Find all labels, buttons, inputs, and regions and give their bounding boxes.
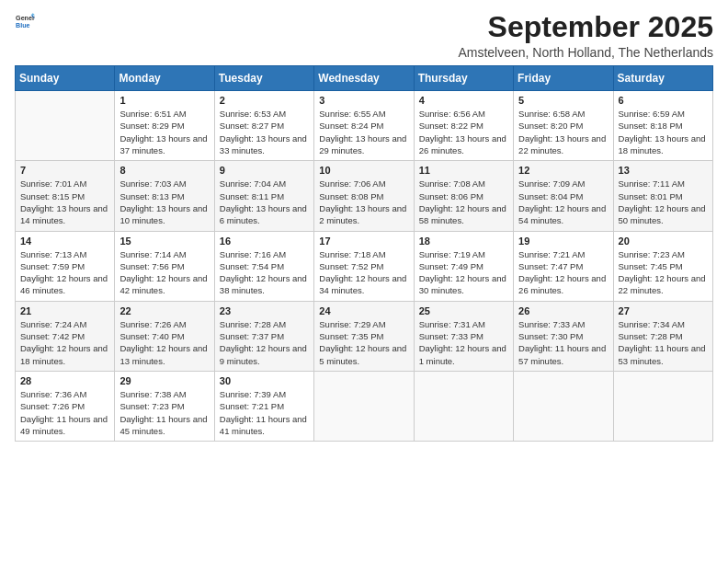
day-info: Sunrise: 6:55 AMSunset: 8:24 PMDaylight:…	[319, 108, 408, 156]
day-info: Sunrise: 7:24 AMSunset: 7:42 PMDaylight:…	[20, 318, 109, 367]
calendar-cell: 23 Sunrise: 7:28 AMSunset: 7:37 PMDaylig…	[214, 301, 313, 371]
calendar-cell: 5 Sunrise: 6:58 AMSunset: 8:20 PMDayligh…	[514, 91, 613, 161]
day-info: Sunrise: 7:36 AMSunset: 7:26 PMDaylight:…	[20, 388, 109, 437]
day-number: 7	[20, 165, 109, 176]
day-number: 19	[518, 236, 608, 247]
calendar-cell: 7 Sunrise: 7:01 AMSunset: 8:15 PMDayligh…	[16, 161, 115, 231]
calendar-cell: 2 Sunrise: 6:53 AMSunset: 8:27 PMDayligh…	[214, 91, 313, 161]
logo: General Blue	[15, 11, 35, 33]
day-info: Sunrise: 7:06 AMSunset: 8:08 PMDaylight:…	[319, 178, 408, 226]
calendar-cell: 9 Sunrise: 7:04 AMSunset: 8:11 PMDayligh…	[214, 161, 313, 231]
calendar-cell: 10 Sunrise: 7:06 AMSunset: 8:08 PMDaylig…	[314, 161, 414, 231]
header-row: General Blue September 2025 Amstelveen, …	[15, 11, 713, 60]
day-info: Sunrise: 7:08 AMSunset: 8:06 PMDaylight:…	[419, 178, 508, 226]
title-block: September 2025 Amstelveen, North Holland…	[458, 11, 713, 60]
calendar-cell: 14 Sunrise: 7:13 AMSunset: 7:59 PMDaylig…	[16, 231, 115, 301]
header-sunday: Sunday	[16, 66, 115, 91]
logo-icon: General Blue	[15, 11, 35, 31]
calendar-cell: 8 Sunrise: 7:03 AMSunset: 8:13 PMDayligh…	[115, 161, 214, 231]
calendar-cell: 30 Sunrise: 7:39 AMSunset: 7:21 PMDaylig…	[214, 371, 313, 441]
day-info: Sunrise: 7:33 AMSunset: 7:30 PMDaylight:…	[518, 318, 608, 367]
calendar-cell: 29 Sunrise: 7:38 AMSunset: 7:23 PMDaylig…	[115, 371, 214, 441]
location-subtitle: Amstelveen, North Holland, The Netherlan…	[458, 45, 713, 60]
calendar-cell: 27 Sunrise: 7:34 AMSunset: 7:28 PMDaylig…	[613, 301, 712, 371]
calendar-cell	[514, 371, 613, 441]
day-number: 3	[319, 95, 408, 106]
day-number: 9	[220, 165, 309, 176]
day-info: Sunrise: 7:21 AMSunset: 7:47 PMDaylight:…	[518, 248, 608, 297]
day-info: Sunrise: 7:16 AMSunset: 7:54 PMDaylight:…	[220, 248, 309, 297]
calendar-cell: 12 Sunrise: 7:09 AMSunset: 8:04 PMDaylig…	[514, 161, 613, 231]
calendar-cell: 28 Sunrise: 7:36 AMSunset: 7:26 PMDaylig…	[16, 371, 115, 441]
day-number: 2	[220, 95, 309, 106]
day-info: Sunrise: 7:14 AMSunset: 7:56 PMDaylight:…	[119, 248, 209, 297]
header-friday: Friday	[514, 66, 613, 91]
day-number: 10	[319, 165, 408, 176]
calendar-cell	[414, 371, 513, 441]
day-number: 27	[619, 305, 708, 316]
day-info: Sunrise: 7:09 AMSunset: 8:04 PMDaylight:…	[518, 178, 608, 226]
day-info: Sunrise: 6:56 AMSunset: 8:22 PMDaylight:…	[419, 108, 508, 156]
calendar-cell: 13 Sunrise: 7:11 AMSunset: 8:01 PMDaylig…	[613, 161, 712, 231]
day-info: Sunrise: 7:18 AMSunset: 7:52 PMDaylight:…	[319, 248, 408, 297]
calendar-cell: 21 Sunrise: 7:24 AMSunset: 7:42 PMDaylig…	[16, 301, 115, 371]
month-title: September 2025	[458, 11, 713, 43]
day-info: Sunrise: 7:11 AMSunset: 8:01 PMDaylight:…	[619, 178, 708, 226]
calendar-cell: 11 Sunrise: 7:08 AMSunset: 8:06 PMDaylig…	[414, 161, 513, 231]
day-number: 22	[119, 305, 209, 316]
day-info: Sunrise: 6:53 AMSunset: 8:27 PMDaylight:…	[220, 108, 309, 156]
day-info: Sunrise: 6:59 AMSunset: 8:18 PMDaylight:…	[619, 108, 708, 156]
header-wednesday: Wednesday	[314, 66, 414, 91]
calendar-table: Sunday Monday Tuesday Wednesday Thursday…	[15, 65, 713, 442]
weekday-header-row: Sunday Monday Tuesday Wednesday Thursday…	[16, 66, 713, 91]
calendar-cell: 24 Sunrise: 7:29 AMSunset: 7:35 PMDaylig…	[314, 301, 414, 371]
day-number: 8	[119, 165, 209, 176]
calendar-cell: 19 Sunrise: 7:21 AMSunset: 7:47 PMDaylig…	[514, 231, 613, 301]
day-number: 14	[20, 236, 109, 247]
day-info: Sunrise: 7:01 AMSunset: 8:15 PMDaylight:…	[20, 178, 109, 226]
calendar-cell: 3 Sunrise: 6:55 AMSunset: 8:24 PMDayligh…	[314, 91, 414, 161]
header-tuesday: Tuesday	[214, 66, 313, 91]
day-info: Sunrise: 6:51 AMSunset: 8:29 PMDaylight:…	[119, 108, 209, 156]
day-number: 1	[119, 95, 209, 106]
day-info: Sunrise: 7:19 AMSunset: 7:49 PMDaylight:…	[419, 248, 508, 297]
day-number: 4	[419, 95, 508, 106]
day-info: Sunrise: 7:26 AMSunset: 7:40 PMDaylight:…	[119, 318, 209, 367]
day-number: 15	[119, 236, 209, 247]
day-number: 5	[518, 95, 608, 106]
day-number: 17	[319, 236, 408, 247]
day-info: Sunrise: 7:31 AMSunset: 7:33 PMDaylight:…	[419, 318, 508, 367]
calendar-cell	[314, 371, 414, 441]
svg-text:Blue: Blue	[16, 22, 30, 29]
page: General Blue September 2025 Amstelveen, …	[0, 0, 728, 563]
day-number: 18	[419, 236, 508, 247]
header-saturday: Saturday	[613, 66, 712, 91]
day-info: Sunrise: 6:58 AMSunset: 8:20 PMDaylight:…	[518, 108, 608, 156]
header-thursday: Thursday	[414, 66, 513, 91]
calendar-cell: 4 Sunrise: 6:56 AMSunset: 8:22 PMDayligh…	[414, 91, 513, 161]
day-number: 21	[20, 305, 109, 316]
calendar-cell	[613, 371, 712, 441]
day-number: 11	[419, 165, 508, 176]
calendar-cell: 22 Sunrise: 7:26 AMSunset: 7:40 PMDaylig…	[115, 301, 214, 371]
day-info: Sunrise: 7:23 AMSunset: 7:45 PMDaylight:…	[619, 248, 708, 297]
day-number: 6	[619, 95, 708, 106]
day-info: Sunrise: 7:04 AMSunset: 8:11 PMDaylight:…	[220, 178, 309, 226]
day-number: 25	[419, 305, 508, 316]
day-number: 13	[619, 165, 708, 176]
day-number: 26	[518, 305, 608, 316]
day-info: Sunrise: 7:29 AMSunset: 7:35 PMDaylight:…	[319, 318, 408, 367]
calendar-cell: 20 Sunrise: 7:23 AMSunset: 7:45 PMDaylig…	[613, 231, 712, 301]
calendar-cell: 15 Sunrise: 7:14 AMSunset: 7:56 PMDaylig…	[115, 231, 214, 301]
calendar-cell: 17 Sunrise: 7:18 AMSunset: 7:52 PMDaylig…	[314, 231, 414, 301]
day-info: Sunrise: 7:34 AMSunset: 7:28 PMDaylight:…	[619, 318, 708, 367]
svg-marker-3	[31, 13, 35, 15]
day-number: 12	[518, 165, 608, 176]
calendar-cell: 26 Sunrise: 7:33 AMSunset: 7:30 PMDaylig…	[514, 301, 613, 371]
calendar-cell: 6 Sunrise: 6:59 AMSunset: 8:18 PMDayligh…	[613, 91, 712, 161]
calendar-cell: 25 Sunrise: 7:31 AMSunset: 7:33 PMDaylig…	[414, 301, 513, 371]
calendar-cell: 18 Sunrise: 7:19 AMSunset: 7:49 PMDaylig…	[414, 231, 513, 301]
day-info: Sunrise: 7:28 AMSunset: 7:37 PMDaylight:…	[220, 318, 309, 367]
header-monday: Monday	[115, 66, 214, 91]
day-number: 16	[220, 236, 309, 247]
